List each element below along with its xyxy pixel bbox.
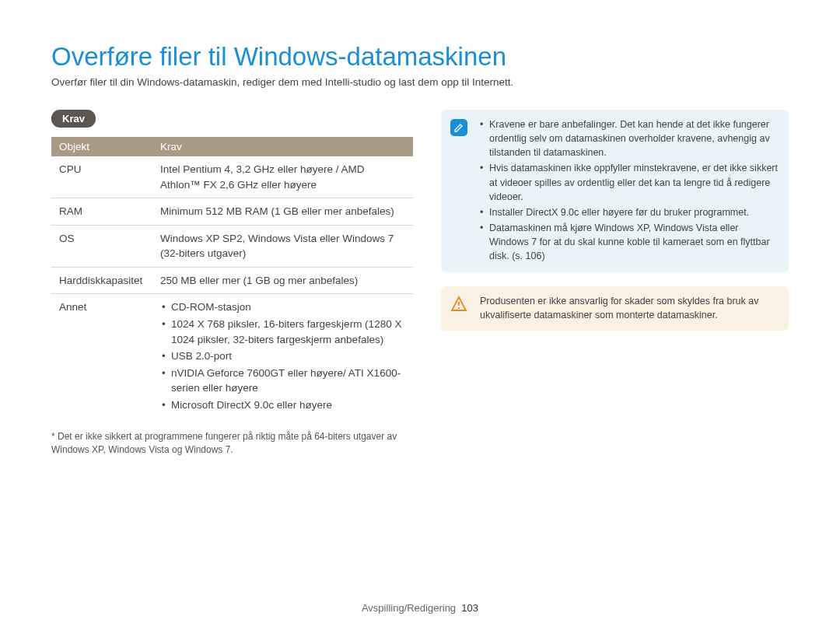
list-item: Hvis datamaskinen ikke oppfyller minstek…: [480, 161, 778, 203]
cell-cpu-value: Intel Pentium 4, 3,2 GHz eller høyere / …: [152, 156, 413, 198]
pencil-note-icon: [453, 121, 465, 134]
cell-hdd-value: 250 MB eller mer (1 GB og mer anbefales): [152, 267, 413, 294]
table-header-krav: Krav: [152, 137, 413, 156]
page-title: Overføre filer til Windows-datamaskinen: [51, 42, 789, 72]
page-subtitle: Overfør filer til din Windows-datamaskin…: [51, 76, 789, 88]
cell-os-label: OS: [51, 225, 152, 267]
page-content: Overføre filer til Windows-datamaskinen …: [0, 0, 840, 457]
cell-other-value: CD-ROM-stasjon 1024 X 768 piksler, 16-bi…: [152, 294, 413, 419]
warning-note-box: Produsenten er ikke ansvarlig for skader…: [441, 286, 789, 330]
cell-cpu-label: CPU: [51, 156, 152, 198]
list-item: nVIDIA Geforce 7600GT eller høyere/ ATI …: [160, 366, 405, 396]
left-column: Krav Objekt Krav CPU Intel Pentium 4, 3,…: [51, 110, 413, 457]
list-item: Kravene er bare anbefalinger. Det kan he…: [480, 117, 778, 159]
two-column-layout: Krav Objekt Krav CPU Intel Pentium 4, 3,…: [51, 110, 789, 457]
cell-os-value: Windows XP SP2, Windows Vista eller Wind…: [152, 225, 413, 267]
svg-point-1: [458, 307, 460, 309]
table-row: CPU Intel Pentium 4, 3,2 GHz eller høyer…: [51, 156, 413, 198]
list-item: Datamaskinen må kjøre Windows XP, Window…: [480, 221, 778, 263]
requirements-table: Objekt Krav CPU Intel Pentium 4, 3,2 GHz…: [51, 137, 413, 419]
table-row: Annet CD-ROM-stasjon 1024 X 768 piksler,…: [51, 294, 413, 419]
info-note-box: Kravene er bare anbefalinger. Det kan he…: [441, 110, 789, 272]
table-row: OS Windows XP SP2, Windows Vista eller W…: [51, 225, 413, 267]
list-item: Installer DirectX 9.0c eller høyere før …: [480, 205, 778, 219]
table-row: Harddiskkapasitet 250 MB eller mer (1 GB…: [51, 267, 413, 294]
warning-triangle-icon: [450, 296, 467, 313]
list-item: Microsoft DirectX 9.0c eller høyere: [160, 398, 405, 413]
cell-other-label: Annet: [51, 294, 152, 419]
warning-note-text: Produsenten er ikke ansvarlig for skader…: [480, 294, 778, 322]
info-icon: [450, 119, 467, 136]
section-label-krav: Krav: [51, 110, 96, 128]
footer-section: Avspilling/Redigering: [362, 602, 456, 614]
cell-ram-value: Minimum 512 MB RAM (1 GB eller mer anbef…: [152, 198, 413, 226]
cell-ram-label: RAM: [51, 198, 152, 226]
list-item: 1024 X 768 piksler, 16-biters fargeskjer…: [160, 317, 405, 347]
footer-page-number: 103: [461, 602, 478, 614]
list-item: USB 2.0-port: [160, 349, 405, 364]
right-column: Kravene er bare anbefalinger. Det kan he…: [441, 110, 789, 457]
list-item: CD-ROM-stasjon: [160, 299, 405, 315]
table-footnote: * Det er ikke sikkert at programmene fun…: [51, 430, 413, 457]
cell-hdd-label: Harddiskkapasitet: [51, 267, 152, 294]
info-note-list: Kravene er bare anbefalinger. Det kan he…: [480, 117, 778, 263]
table-row: RAM Minimum 512 MB RAM (1 GB eller mer a…: [51, 198, 413, 226]
table-header-objekt: Objekt: [51, 137, 152, 156]
page-footer: Avspilling/Redigering 103: [0, 602, 840, 614]
warning-icon: [450, 296, 467, 313]
other-list: CD-ROM-stasjon 1024 X 768 piksler, 16-bi…: [160, 299, 405, 412]
